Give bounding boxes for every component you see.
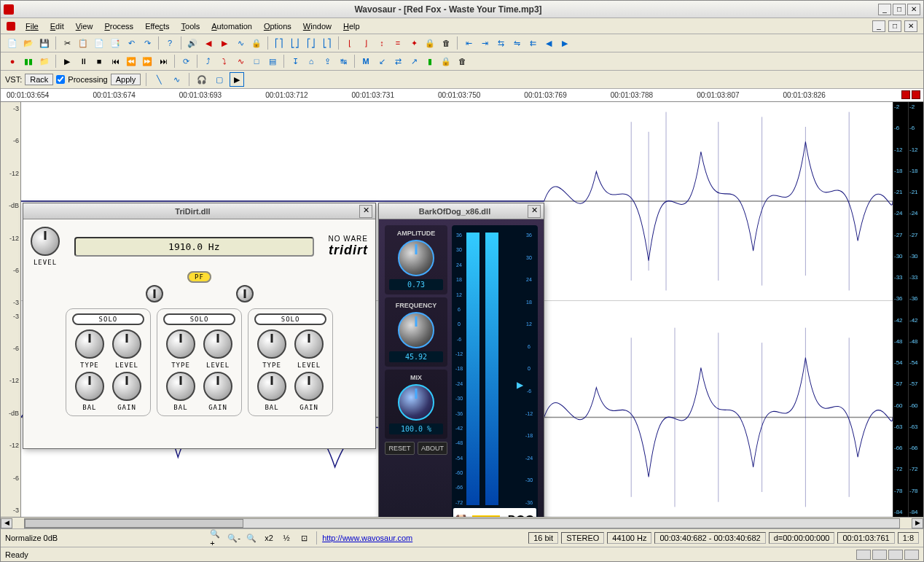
horizontal-scrollbar[interactable]: ◀ ▶	[1, 517, 923, 528]
rewind-button[interactable]: ⏪	[124, 54, 138, 69]
level-knob[interactable]	[31, 227, 60, 256]
plugin-tridirt[interactable]: TriDirt.dll ✕ LEVEL 1910.0 Hz NO WARE tr…	[23, 203, 376, 449]
clip-b-icon[interactable]: ⇥	[477, 36, 492, 50]
bal-knob-3[interactable]	[257, 372, 286, 401]
website-link[interactable]: http://www.wavosaur.com	[322, 534, 412, 542]
clip-c-icon[interactable]: ⇆	[493, 36, 508, 50]
trash-icon[interactable]: 🗑	[439, 36, 453, 50]
menu-view[interactable]: View	[71, 20, 98, 32]
menu-window[interactable]: Window	[299, 20, 336, 32]
scroll-right-button[interactable]: ▶	[912, 518, 923, 528]
marker2-icon[interactable]: ⌂	[304, 54, 318, 69]
forward-button[interactable]: ⏩	[140, 54, 154, 69]
copy-button[interactable]: 📋	[76, 36, 90, 50]
paste2-button[interactable]: 📑	[108, 36, 122, 50]
proc-c-icon[interactable]: ∿	[233, 54, 248, 69]
solo-button-2[interactable]: SOLO	[163, 313, 235, 325]
bal-knob-1[interactable]	[75, 372, 104, 401]
bal-knob-2[interactable]	[166, 372, 195, 401]
loop-equal-icon[interactable]: =	[391, 36, 405, 50]
frequency-value[interactable]: 45.92	[389, 351, 443, 362]
play-button[interactable]: ▶	[60, 54, 74, 69]
block-icon[interactable]: ▮	[423, 54, 437, 69]
proc-e-icon[interactable]: ▤	[265, 54, 280, 69]
pane-button[interactable]	[856, 550, 871, 560]
tri-left-icon[interactable]: ◀	[201, 36, 216, 50]
monitor-button[interactable]: ▮▮	[21, 54, 36, 69]
skip-start-button[interactable]: ⏮	[108, 54, 122, 69]
maximize-button[interactable]: □	[893, 4, 906, 15]
timeline[interactable]: 00:01:03:654 00:01:03:674 00:01:03:693 0…	[1, 89, 923, 102]
marker-a-icon[interactable]: ⎡⎤	[272, 36, 286, 50]
loop-start-icon[interactable]: ⌊	[342, 36, 357, 50]
arrow-ne-icon[interactable]: ↗	[407, 54, 421, 69]
type-knob-1[interactable]	[75, 329, 104, 359]
skip-end-button[interactable]: ⏭	[156, 54, 171, 69]
zoom-in-icon[interactable]: 🔍+	[209, 531, 224, 545]
mix-value[interactable]: 100.0 %	[389, 424, 443, 434]
marker-b-icon[interactable]: ⎣⎦	[288, 36, 302, 50]
line-tool-icon[interactable]: ╲	[152, 72, 166, 87]
zoom-half-icon[interactable]: ½	[279, 531, 294, 545]
clip-indicator-right[interactable]	[912, 90, 920, 99]
paste-button[interactable]: 📄	[92, 36, 106, 50]
gain-knob-2[interactable]	[203, 372, 232, 401]
type-knob-2[interactable]	[166, 329, 195, 359]
open-button[interactable]: 📂	[21, 36, 36, 50]
clip-a-icon[interactable]: ⇤	[461, 36, 476, 50]
tri-right-icon[interactable]: ▶	[217, 36, 232, 50]
m-icon[interactable]: M	[359, 54, 373, 69]
curve-tool-icon[interactable]: ∿	[169, 72, 184, 87]
pane-button[interactable]	[888, 550, 903, 560]
pf-button[interactable]: PF	[187, 271, 211, 283]
type-knob-3[interactable]	[257, 329, 286, 359]
menu-file[interactable]: File	[21, 20, 43, 32]
marker1-icon[interactable]: ↧	[288, 54, 302, 69]
amplitude-knob[interactable]	[398, 240, 434, 276]
reset-button[interactable]: RESET	[385, 442, 415, 455]
plugin-barkofdog[interactable]: BarkOfDog_x86.dll ✕ AMPLITUDE 0.73 FREQU…	[378, 203, 544, 517]
wave-button[interactable]: ∿	[233, 36, 248, 50]
stop-button[interactable]: ■	[92, 54, 106, 69]
pane-button[interactable]	[904, 550, 919, 560]
loop-end-icon[interactable]: ⌋	[359, 36, 373, 50]
marker-d-icon[interactable]: ⎣⎤	[320, 36, 334, 50]
zoom-out-icon[interactable]: 🔍-	[227, 531, 241, 545]
frequency-knob[interactable]	[398, 312, 434, 348]
menu-options[interactable]: Options	[259, 20, 296, 32]
clip-indicator-left[interactable]	[901, 90, 910, 99]
menu-tools[interactable]: Tools	[177, 20, 205, 32]
close-button[interactable]: ✕	[907, 4, 920, 15]
menu-help[interactable]: Help	[339, 20, 364, 32]
arrow-sw-icon[interactable]: ↙	[375, 54, 389, 69]
folder-button[interactable]: 📁	[37, 54, 52, 69]
new-button[interactable]: 📄	[5, 36, 20, 50]
menu-process[interactable]: Process	[100, 20, 138, 32]
trash2-icon[interactable]: 🗑	[455, 54, 469, 69]
mdi-maximize-button[interactable]: □	[888, 20, 901, 32]
about-button[interactable]: ABOUT	[418, 442, 447, 455]
speaker-button[interactable]: 🔊	[185, 36, 200, 50]
rack-button[interactable]: Rack	[25, 74, 53, 85]
scroll-thumb[interactable]	[25, 519, 243, 528]
level-knob-2[interactable]	[203, 329, 232, 359]
proc-b-icon[interactable]: ⤵	[217, 54, 232, 69]
plugin-close-button[interactable]: ✕	[359, 205, 372, 218]
processing-checkbox[interactable]	[56, 75, 65, 84]
gain-knob-1[interactable]	[112, 372, 141, 401]
zoom-x2-icon[interactable]: x2	[262, 531, 276, 545]
solo-button-1[interactable]: SOLO	[72, 313, 144, 325]
menu-edit[interactable]: Edit	[46, 20, 68, 32]
mdi-minimize-button[interactable]: _	[872, 20, 885, 32]
minimize-button[interactable]: _	[878, 4, 891, 15]
box-icon[interactable]: ▢	[212, 72, 227, 87]
small-knob-a[interactable]	[146, 285, 163, 303]
clip-e-icon[interactable]: ⇇	[525, 36, 540, 50]
record-button[interactable]: ●	[5, 54, 20, 69]
menu-automation[interactable]: Automation	[207, 20, 257, 32]
zoom-sel-icon[interactable]: 🔍	[244, 531, 259, 545]
redo-button[interactable]: ↷	[140, 36, 154, 50]
amplitude-value[interactable]: 0.73	[389, 279, 443, 290]
proc-d-icon[interactable]: □	[249, 54, 264, 69]
loop-mark-icon[interactable]: ✦	[407, 36, 421, 50]
